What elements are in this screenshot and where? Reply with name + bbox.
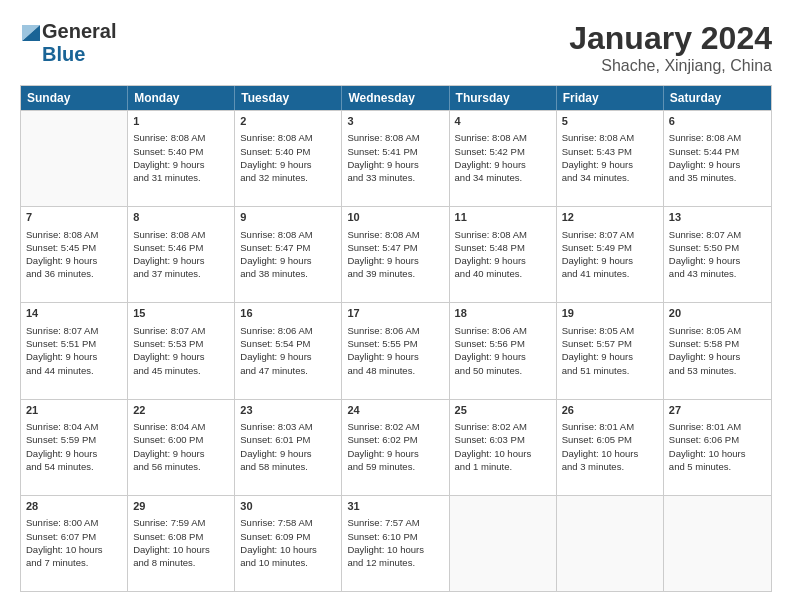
cell-line-w0-d5-l2: Daylight: 9 hours <box>562 158 658 171</box>
cell-line-w2-d6-l0: Sunrise: 8:05 AM <box>669 324 766 337</box>
cell-w3-d5: 26Sunrise: 8:01 AMSunset: 6:05 PMDayligh… <box>557 400 664 495</box>
week-row-1: 7Sunrise: 8:08 AMSunset: 5:45 PMDaylight… <box>21 206 771 302</box>
cell-line-w1-d2-l2: Daylight: 9 hours <box>240 254 336 267</box>
cell-line-w0-d3-l1: Sunset: 5:41 PM <box>347 145 443 158</box>
cell-line-w3-d2-l3: and 58 minutes. <box>240 460 336 473</box>
cell-line-w3-d1-l3: and 56 minutes. <box>133 460 229 473</box>
cell-line-w0-d4-l0: Sunrise: 8:08 AM <box>455 131 551 144</box>
cell-w0-d6: 6Sunrise: 8:08 AMSunset: 5:44 PMDaylight… <box>664 111 771 206</box>
cell-line-w0-d6-l2: Daylight: 9 hours <box>669 158 766 171</box>
cell-line-w4-d0-l1: Sunset: 6:07 PM <box>26 530 122 543</box>
cell-line-w0-d4-l2: Daylight: 9 hours <box>455 158 551 171</box>
week-row-0: 1Sunrise: 8:08 AMSunset: 5:40 PMDaylight… <box>21 110 771 206</box>
cell-line-w1-d5-l0: Sunrise: 8:07 AM <box>562 228 658 241</box>
cell-line-w3-d2-l2: Daylight: 9 hours <box>240 447 336 460</box>
cell-w4-d2: 30Sunrise: 7:58 AMSunset: 6:09 PMDayligh… <box>235 496 342 591</box>
day-number-9: 9 <box>240 210 336 225</box>
cell-w2-d2: 16Sunrise: 8:06 AMSunset: 5:54 PMDayligh… <box>235 303 342 398</box>
cell-line-w2-d4-l3: and 50 minutes. <box>455 364 551 377</box>
day-number-5: 5 <box>562 114 658 129</box>
cell-line-w1-d3-l0: Sunrise: 8:08 AM <box>347 228 443 241</box>
header-friday: Friday <box>557 86 664 110</box>
cell-w2-d0: 14Sunrise: 8:07 AMSunset: 5:51 PMDayligh… <box>21 303 128 398</box>
cell-line-w2-d3-l0: Sunrise: 8:06 AM <box>347 324 443 337</box>
cell-line-w3-d5-l0: Sunrise: 8:01 AM <box>562 420 658 433</box>
calendar-body: 1Sunrise: 8:08 AMSunset: 5:40 PMDaylight… <box>21 110 771 591</box>
cell-w0-d4: 4Sunrise: 8:08 AMSunset: 5:42 PMDaylight… <box>450 111 557 206</box>
cell-line-w0-d3-l3: and 33 minutes. <box>347 171 443 184</box>
cell-line-w1-d3-l3: and 39 minutes. <box>347 267 443 280</box>
day-number-7: 7 <box>26 210 122 225</box>
day-number-28: 28 <box>26 499 122 514</box>
day-number-29: 29 <box>133 499 229 514</box>
cell-line-w2-d5-l3: and 51 minutes. <box>562 364 658 377</box>
cell-line-w2-d6-l1: Sunset: 5:58 PM <box>669 337 766 350</box>
cell-line-w1-d5-l1: Sunset: 5:49 PM <box>562 241 658 254</box>
cell-line-w2-d2-l2: Daylight: 9 hours <box>240 350 336 363</box>
cell-line-w3-d1-l1: Sunset: 6:00 PM <box>133 433 229 446</box>
cell-line-w4-d1-l0: Sunrise: 7:59 AM <box>133 516 229 529</box>
cell-line-w0-d3-l0: Sunrise: 8:08 AM <box>347 131 443 144</box>
cell-line-w2-d3-l3: and 48 minutes. <box>347 364 443 377</box>
location-title: Shache, Xinjiang, China <box>569 57 772 75</box>
cell-w0-d0 <box>21 111 128 206</box>
cell-w4-d3: 31Sunrise: 7:57 AMSunset: 6:10 PMDayligh… <box>342 496 449 591</box>
day-number-20: 20 <box>669 306 766 321</box>
cell-line-w3-d0-l2: Daylight: 9 hours <box>26 447 122 460</box>
title-section: January 2024 Shache, Xinjiang, China <box>569 20 772 75</box>
week-row-3: 21Sunrise: 8:04 AMSunset: 5:59 PMDayligh… <box>21 399 771 495</box>
cell-line-w2-d0-l0: Sunrise: 8:07 AM <box>26 324 122 337</box>
cell-line-w2-d2-l1: Sunset: 5:54 PM <box>240 337 336 350</box>
cell-line-w4-d1-l1: Sunset: 6:08 PM <box>133 530 229 543</box>
day-number-24: 24 <box>347 403 443 418</box>
cell-line-w1-d1-l1: Sunset: 5:46 PM <box>133 241 229 254</box>
cell-line-w3-d2-l1: Sunset: 6:01 PM <box>240 433 336 446</box>
day-number-31: 31 <box>347 499 443 514</box>
cell-w1-d4: 11Sunrise: 8:08 AMSunset: 5:48 PMDayligh… <box>450 207 557 302</box>
cell-line-w1-d0-l3: and 36 minutes. <box>26 267 122 280</box>
day-number-2: 2 <box>240 114 336 129</box>
cell-line-w1-d4-l1: Sunset: 5:48 PM <box>455 241 551 254</box>
cell-line-w0-d5-l1: Sunset: 5:43 PM <box>562 145 658 158</box>
cell-line-w1-d6-l2: Daylight: 9 hours <box>669 254 766 267</box>
cell-w4-d6 <box>664 496 771 591</box>
calendar-header: Sunday Monday Tuesday Wednesday Thursday… <box>21 86 771 110</box>
cell-line-w0-d6-l1: Sunset: 5:44 PM <box>669 145 766 158</box>
cell-line-w0-d5-l0: Sunrise: 8:08 AM <box>562 131 658 144</box>
cell-line-w4-d3-l1: Sunset: 6:10 PM <box>347 530 443 543</box>
day-number-13: 13 <box>669 210 766 225</box>
cell-line-w1-d4-l0: Sunrise: 8:08 AM <box>455 228 551 241</box>
cell-line-w1-d0-l1: Sunset: 5:45 PM <box>26 241 122 254</box>
cell-line-w4-d0-l0: Sunrise: 8:00 AM <box>26 516 122 529</box>
day-number-15: 15 <box>133 306 229 321</box>
cell-line-w3-d4-l1: Sunset: 6:03 PM <box>455 433 551 446</box>
cell-line-w3-d5-l2: Daylight: 10 hours <box>562 447 658 460</box>
month-title: January 2024 <box>569 20 772 57</box>
cell-line-w3-d0-l1: Sunset: 5:59 PM <box>26 433 122 446</box>
day-number-21: 21 <box>26 403 122 418</box>
cell-line-w4-d2-l1: Sunset: 6:09 PM <box>240 530 336 543</box>
cell-line-w2-d2-l0: Sunrise: 8:06 AM <box>240 324 336 337</box>
cell-line-w3-d1-l0: Sunrise: 8:04 AM <box>133 420 229 433</box>
day-number-11: 11 <box>455 210 551 225</box>
cell-line-w2-d2-l3: and 47 minutes. <box>240 364 336 377</box>
cell-line-w2-d4-l2: Daylight: 9 hours <box>455 350 551 363</box>
cell-w0-d2: 2Sunrise: 8:08 AMSunset: 5:40 PMDaylight… <box>235 111 342 206</box>
cell-w2-d5: 19Sunrise: 8:05 AMSunset: 5:57 PMDayligh… <box>557 303 664 398</box>
cell-w2-d3: 17Sunrise: 8:06 AMSunset: 5:55 PMDayligh… <box>342 303 449 398</box>
cell-line-w0-d2-l3: and 32 minutes. <box>240 171 336 184</box>
cell-line-w2-d1-l2: Daylight: 9 hours <box>133 350 229 363</box>
day-number-6: 6 <box>669 114 766 129</box>
day-number-12: 12 <box>562 210 658 225</box>
cell-line-w2-d0-l1: Sunset: 5:51 PM <box>26 337 122 350</box>
cell-w1-d3: 10Sunrise: 8:08 AMSunset: 5:47 PMDayligh… <box>342 207 449 302</box>
cell-line-w4-d3-l2: Daylight: 10 hours <box>347 543 443 556</box>
cell-w1-d1: 8Sunrise: 8:08 AMSunset: 5:46 PMDaylight… <box>128 207 235 302</box>
header-monday: Monday <box>128 86 235 110</box>
cell-line-w1-d2-l1: Sunset: 5:47 PM <box>240 241 336 254</box>
cell-line-w3-d6-l0: Sunrise: 8:01 AM <box>669 420 766 433</box>
cell-line-w1-d4-l3: and 40 minutes. <box>455 267 551 280</box>
day-number-18: 18 <box>455 306 551 321</box>
cell-line-w2-d1-l3: and 45 minutes. <box>133 364 229 377</box>
header-thursday: Thursday <box>450 86 557 110</box>
